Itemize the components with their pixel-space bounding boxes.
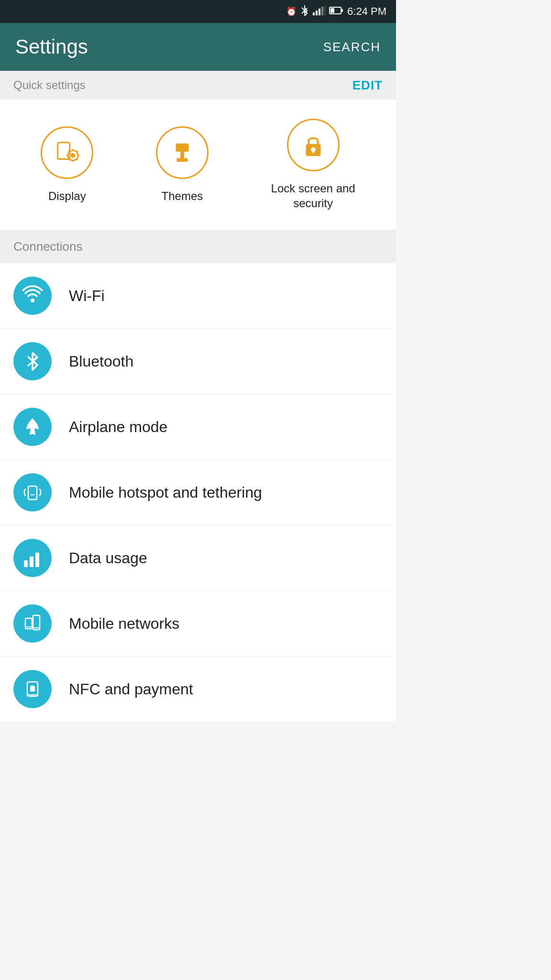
battery-icon [329, 6, 343, 18]
connections-label: Connections [13, 239, 83, 254]
settings-header: Settings SEARCH [0, 23, 396, 71]
data-usage-icon-circle [13, 539, 52, 577]
quick-setting-themes[interactable]: Themes [156, 126, 209, 203]
lock-icon [299, 131, 327, 159]
signal-icon [313, 6, 325, 18]
status-bluetooth-icon [300, 5, 309, 18]
search-button[interactable]: SEARCH [323, 40, 381, 55]
data-usage-icon [22, 547, 44, 569]
quick-settings-icons: Display Themes Lock screen andsecurity [0, 100, 396, 230]
wifi-label: Wi-Fi [69, 287, 105, 305]
svg-rect-29 [24, 560, 28, 567]
svg-rect-4 [321, 7, 323, 15]
svg-rect-2 [316, 11, 318, 15]
page-title: Settings [15, 35, 88, 58]
nfc-icon [22, 678, 44, 700]
status-bar: ⏰ [0, 0, 396, 23]
svg-rect-31 [35, 553, 39, 567]
themes-circle [156, 126, 209, 179]
wifi-icon-circle [13, 277, 52, 315]
lock-screen-label: Lock screen andsecurity [271, 181, 355, 211]
svg-rect-1 [313, 12, 315, 15]
quick-settings-bar: Quick settings EDIT [0, 71, 396, 100]
svg-rect-27 [28, 486, 37, 500]
themes-icon [168, 139, 196, 167]
nfc-item[interactable]: NFC and payment [0, 657, 396, 722]
connections-section-header: Connections [0, 230, 396, 263]
svg-rect-3 [319, 9, 320, 15]
airplane-icon [22, 416, 44, 438]
wifi-item[interactable]: Wi-Fi [0, 263, 396, 329]
quick-settings-label: Quick settings [13, 78, 86, 92]
display-icon [53, 139, 81, 167]
mobile-networks-label: Mobile networks [69, 615, 179, 633]
quick-setting-display[interactable]: Display [41, 126, 93, 203]
display-label: Display [48, 189, 86, 203]
display-circle [41, 126, 93, 179]
hotspot-icon-circle [13, 473, 52, 512]
bluetooth-item[interactable]: Bluetooth [0, 329, 396, 394]
svg-rect-7 [341, 9, 343, 12]
mobile-networks-icon [22, 612, 44, 635]
settings-list: Wi-Fi Bluetooth Airplane mode [0, 263, 396, 722]
airplane-item[interactable]: Airplane mode [0, 394, 396, 460]
edit-button[interactable]: EDIT [353, 78, 383, 93]
themes-label: Themes [162, 189, 203, 203]
time-display: 6:24 PM [347, 5, 386, 18]
svg-rect-20 [176, 143, 188, 151]
airplane-icon-circle [13, 408, 52, 446]
alarm-icon: ⏰ [286, 6, 297, 17]
bluetooth-label: Bluetooth [69, 353, 133, 370]
hotspot-label: Mobile hotspot and tethering [69, 484, 262, 501]
quick-setting-lock-screen[interactable]: Lock screen andsecurity [271, 119, 355, 211]
svg-rect-5 [324, 6, 325, 15]
status-icons: ⏰ [286, 5, 386, 18]
mobile-networks-icon-circle [13, 604, 52, 643]
nfc-icon-circle [13, 670, 52, 708]
mobile-networks-item[interactable]: Mobile networks [0, 591, 396, 657]
svg-rect-30 [30, 557, 33, 567]
hotspot-icon [22, 481, 44, 503]
bluetooth-icon-circle [13, 342, 52, 380]
svg-point-26 [31, 299, 34, 302]
svg-rect-25 [312, 150, 314, 153]
svg-point-11 [71, 153, 76, 158]
svg-rect-22 [176, 158, 187, 162]
wifi-icon [22, 285, 44, 307]
lock-screen-circle [287, 119, 340, 171]
data-usage-item[interactable]: Data usage [0, 525, 396, 591]
data-usage-label: Data usage [69, 549, 147, 567]
bluetooth-icon [22, 350, 44, 372]
airplane-label: Airplane mode [69, 418, 167, 436]
svg-rect-8 [331, 8, 334, 13]
nfc-label: NFC and payment [69, 680, 193, 698]
hotspot-item[interactable]: Mobile hotspot and tethering [0, 460, 396, 525]
svg-rect-21 [180, 152, 184, 159]
